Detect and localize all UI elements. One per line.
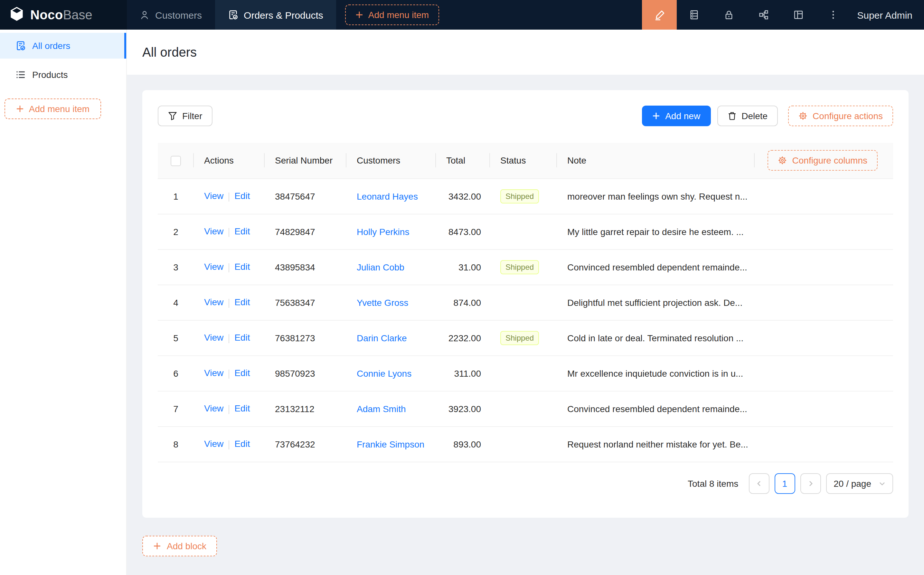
settings-lock-button[interactable]: [711, 0, 746, 30]
sidebar: All orders Products Add menu item: [0, 30, 127, 575]
row-index: 5: [158, 320, 194, 356]
view-link[interactable]: View: [204, 262, 224, 272]
edit-link[interactable]: Edit: [234, 368, 250, 378]
table-row: 6ViewEdit98570923Connie Lyons311.00Mr ex…: [158, 356, 893, 391]
note-cell: Mr excellence inquietude conviction is i…: [557, 356, 755, 391]
table-header-row: Actions Serial Number Customers Total St…: [158, 143, 893, 178]
view-link[interactable]: View: [204, 226, 224, 237]
action-divider: [229, 440, 229, 449]
configure-columns-button[interactable]: Configure columns: [768, 150, 878, 171]
more-menu-button[interactable]: [816, 0, 851, 30]
customer-link[interactable]: Darin Clarke: [357, 333, 407, 343]
serial-number-cell: 38475647: [265, 178, 346, 214]
nav-tab-label: Orders & Products: [244, 10, 323, 20]
layout-icon: [793, 10, 803, 20]
user-menu[interactable]: Super Admin: [851, 0, 924, 30]
serial-number-cell: 43895834: [265, 249, 346, 284]
orders-table: Actions Serial Number Customers Total St…: [158, 143, 893, 462]
add-block-label: Add block: [167, 540, 206, 551]
gear-icon: [799, 111, 807, 121]
status-cell: Shipped: [490, 178, 557, 214]
pagination-prev-button[interactable]: [749, 473, 769, 494]
row-spacer-cell: [755, 320, 893, 356]
edit-link[interactable]: Edit: [234, 191, 250, 201]
customer-link[interactable]: Frankie Simpson: [357, 439, 424, 449]
layout-button[interactable]: [781, 0, 816, 30]
row-spacer-cell: [755, 426, 893, 462]
edit-link[interactable]: Edit: [234, 439, 250, 449]
unordered-list-icon: [16, 70, 26, 80]
sidebar-item-all-orders[interactable]: All orders: [0, 33, 126, 59]
row-spacer-cell: [755, 284, 893, 320]
chevron-right-icon: [807, 480, 814, 486]
action-divider: [229, 299, 229, 307]
delete-button[interactable]: Delete: [717, 106, 778, 126]
pagination-next-button[interactable]: [800, 473, 821, 494]
edit-link[interactable]: Edit: [234, 226, 250, 237]
action-divider: [229, 228, 229, 237]
row-spacer-cell: [755, 249, 893, 284]
view-link[interactable]: View: [204, 403, 224, 414]
page-size-select[interactable]: 20 / page: [826, 473, 893, 494]
column-header-note: Note: [557, 143, 755, 178]
row-index: 7: [158, 391, 194, 426]
configure-actions-button[interactable]: Configure actions: [788, 106, 893, 126]
view-link[interactable]: View: [204, 297, 224, 307]
nav-tab-orders-products[interactable]: Orders & Products: [215, 0, 336, 30]
customer-link[interactable]: Holly Perkins: [357, 226, 409, 237]
edit-link[interactable]: Edit: [234, 297, 250, 307]
customer-cell: Frankie Simpson: [346, 426, 436, 462]
sidebar-add-menu-item-button[interactable]: Add menu item: [5, 98, 101, 119]
edit-link[interactable]: Edit: [234, 333, 250, 343]
chevron-down-icon: [879, 480, 885, 486]
plus-icon: [652, 112, 660, 120]
status-tag: Shipped: [500, 189, 539, 203]
total-cell: 3432.00: [436, 178, 490, 214]
row-actions-cell: ViewEdit: [194, 426, 265, 462]
total-cell: 311.00: [436, 356, 490, 391]
row-spacer-cell: [755, 214, 893, 249]
row-actions-cell: ViewEdit: [194, 214, 265, 249]
customer-link[interactable]: Julian Cobb: [357, 262, 404, 272]
view-link[interactable]: View: [204, 439, 224, 449]
ui-editor-toggle-button[interactable]: [642, 0, 677, 30]
serial-number-cell: 23132112: [265, 391, 346, 426]
view-link[interactable]: View: [204, 191, 224, 201]
nav-add-menu-item-button[interactable]: Add menu item: [345, 5, 439, 25]
plugins-manager-button[interactable]: [677, 0, 711, 30]
customer-link[interactable]: Yvette Gross: [357, 297, 408, 307]
customer-link[interactable]: Adam Smith: [357, 403, 406, 414]
view-link[interactable]: View: [204, 368, 224, 378]
customer-cell: Julian Cobb: [346, 249, 436, 284]
nocobase-logo[interactable]: NocoBase: [0, 0, 127, 30]
total-cell: 31.00: [436, 249, 490, 284]
customer-link[interactable]: Connie Lyons: [357, 368, 411, 378]
logo-text-light: Base: [63, 7, 92, 22]
row-spacer-cell: [755, 356, 893, 391]
select-all-checkbox[interactable]: [171, 156, 181, 166]
view-link[interactable]: View: [204, 333, 224, 343]
add-new-button[interactable]: Add new: [642, 106, 711, 126]
edit-link[interactable]: Edit: [234, 403, 250, 414]
customer-cell: Darin Clarke: [346, 320, 436, 356]
workflow-button[interactable]: [746, 0, 781, 30]
nav-spacer: [439, 0, 642, 30]
configure-actions-label: Configure actions: [813, 111, 883, 121]
table-row: 7ViewEdit23132112Adam Smith3923.00Convin…: [158, 391, 893, 426]
serial-number-cell: 75638347: [265, 284, 346, 320]
add-block-button[interactable]: Add block: [142, 535, 218, 556]
nav-tab-customers[interactable]: Customers: [127, 0, 215, 30]
highlighter-icon: [654, 10, 665, 20]
customer-link[interactable]: Leonard Hayes: [357, 191, 418, 201]
pagination-page-1[interactable]: 1: [774, 473, 795, 494]
row-index: 3: [158, 249, 194, 284]
table-toolbar: Filter Add new: [158, 106, 893, 126]
sidebar-item-label: Products: [32, 70, 68, 80]
nav-add-menu-item-label: Add menu item: [368, 10, 429, 20]
customer-cell: Adam Smith: [346, 391, 436, 426]
filter-button[interactable]: Filter: [158, 106, 213, 126]
sidebar-item-products[interactable]: Products: [0, 62, 126, 87]
total-cell: 8473.00: [436, 214, 490, 249]
edit-link[interactable]: Edit: [234, 262, 250, 272]
row-index: 4: [158, 284, 194, 320]
